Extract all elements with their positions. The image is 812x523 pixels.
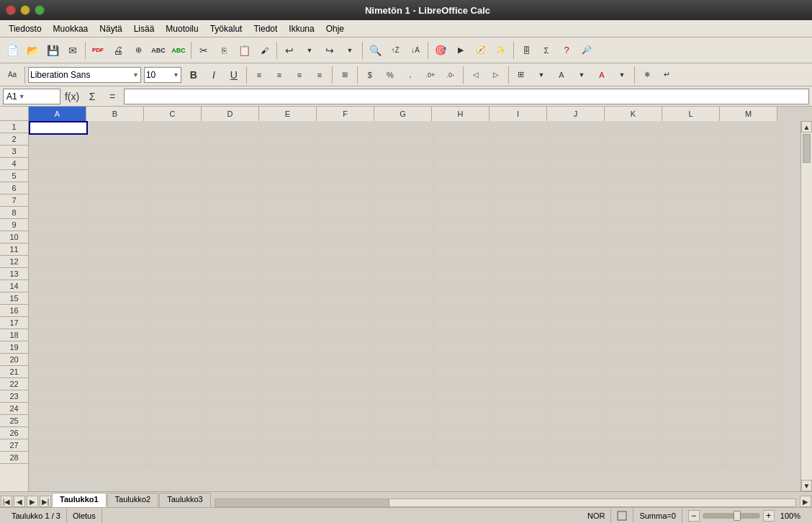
row-header-4[interactable]: 4 (0, 158, 28, 170)
cell-I25[interactable] (490, 416, 548, 428)
row-header-19[interactable]: 19 (0, 341, 28, 354)
cell-J25[interactable] (548, 416, 605, 428)
cell-G3[interactable] (375, 146, 433, 158)
cell-I6[interactable] (490, 183, 548, 195)
tab-first-button[interactable]: |◀ (1, 496, 12, 507)
cell-B27[interactable] (87, 440, 145, 452)
cell-L6[interactable] (663, 183, 721, 195)
menu-lisaa[interactable]: Lisää (128, 22, 161, 35)
zoom-controls[interactable]: − + 100% (688, 510, 800, 522)
menu-tyokalut[interactable]: Työkalut (204, 22, 248, 35)
cell-B13[interactable] (87, 269, 145, 281)
cell-I19[interactable] (490, 342, 548, 354)
cell-G9[interactable] (375, 220, 433, 232)
cell-E24[interactable] (260, 403, 317, 416)
cell-M22[interactable] (721, 379, 778, 391)
cell-A22[interactable] (30, 379, 87, 391)
insert-chart-button[interactable]: 🎯 (431, 41, 450, 60)
cell-F3[interactable] (317, 146, 375, 158)
cell-J9[interactable] (548, 220, 605, 232)
cell-D1[interactable] (202, 122, 260, 134)
cell-K22[interactable] (605, 379, 663, 391)
row-header-27[interactable]: 27 (0, 439, 28, 452)
cell-C20[interactable] (145, 354, 202, 367)
row-header-20[interactable]: 20 (0, 354, 28, 366)
cell-I26[interactable] (490, 428, 548, 440)
cell-B4[interactable] (87, 158, 145, 171)
cell-D11[interactable] (202, 244, 260, 256)
cell-F25[interactable] (317, 416, 375, 428)
cell-L5[interactable] (663, 171, 721, 183)
cell-J5[interactable] (548, 171, 605, 183)
cell-F26[interactable] (317, 428, 375, 440)
cell-D17[interactable] (202, 318, 260, 330)
cell-K18[interactable] (605, 330, 663, 342)
cell-F16[interactable] (317, 305, 375, 318)
zoom-slider[interactable] (703, 513, 760, 519)
cell-E20[interactable] (260, 354, 317, 367)
cell-D9[interactable] (202, 220, 260, 232)
col-header-m[interactable]: M (720, 107, 777, 121)
cell-K3[interactable] (605, 146, 663, 158)
cell-L13[interactable] (663, 269, 721, 281)
cell-F8[interactable] (317, 207, 375, 220)
cell-J22[interactable] (548, 379, 605, 391)
bg-color-button[interactable]: A (552, 66, 571, 84)
cell-L10[interactable] (663, 232, 721, 244)
cell-K28[interactable] (605, 452, 663, 465)
underline-button[interactable]: U (225, 66, 243, 84)
tab-prev-button[interactable]: ◀ (14, 496, 25, 507)
new-button[interactable]: 📄 (3, 41, 22, 60)
cell-E27[interactable] (260, 440, 317, 452)
cell-G15[interactable] (375, 293, 433, 305)
cell-L25[interactable] (663, 416, 721, 428)
cell-K4[interactable] (605, 158, 663, 171)
cell-K8[interactable] (605, 207, 663, 220)
row-header-28[interactable]: 28 (0, 452, 28, 464)
col-header-e[interactable]: E (259, 107, 317, 121)
indent-dec-button[interactable]: ◁ (466, 66, 485, 84)
cell-C17[interactable] (145, 318, 202, 330)
cell-F24[interactable] (317, 403, 375, 416)
cell-I15[interactable] (490, 293, 548, 305)
cell-C21[interactable] (145, 367, 202, 379)
cell-M1[interactable] (721, 122, 778, 134)
cell-H13[interactable] (433, 269, 490, 281)
cell-L20[interactable] (663, 354, 721, 367)
cell-G17[interactable] (375, 318, 433, 330)
cell-H17[interactable] (433, 318, 490, 330)
cell-F28[interactable] (317, 452, 375, 465)
cell-C25[interactable] (145, 416, 202, 428)
percent-button[interactable]: % (381, 66, 400, 84)
cell-A26[interactable] (30, 428, 87, 440)
cell-G16[interactable] (375, 305, 433, 318)
cell-M23[interactable] (721, 391, 778, 403)
menu-ohje[interactable]: Ohje (320, 22, 350, 35)
cell-E9[interactable] (260, 220, 317, 232)
cell-M8[interactable] (721, 207, 778, 220)
cell-A15[interactable] (30, 293, 87, 305)
email-button[interactable]: ✉ (63, 41, 82, 60)
cell-A2[interactable] (30, 134, 87, 146)
font-color-dropdown[interactable]: ▼ (613, 66, 631, 84)
cell-C3[interactable] (145, 146, 202, 158)
cell-H7[interactable] (433, 195, 490, 207)
menu-tiedot[interactable]: Tiedot (248, 22, 283, 35)
cell-D25[interactable] (202, 416, 260, 428)
cell-A7[interactable] (30, 195, 87, 207)
cell-A21[interactable] (30, 367, 87, 379)
row-header-26[interactable]: 26 (0, 427, 28, 439)
cell-I10[interactable] (490, 232, 548, 244)
cell-K9[interactable] (605, 220, 663, 232)
row-header-21[interactable]: 21 (0, 366, 28, 378)
cell-L28[interactable] (663, 452, 721, 465)
cell-M6[interactable] (721, 183, 778, 195)
cell-G22[interactable] (375, 379, 433, 391)
cell-D3[interactable] (202, 146, 260, 158)
bg-color-dropdown[interactable]: ▼ (572, 66, 591, 84)
cell-J12[interactable] (548, 256, 605, 269)
cell-C16[interactable] (145, 305, 202, 318)
cell-C24[interactable] (145, 403, 202, 416)
cell-A8[interactable] (30, 207, 87, 220)
cell-G13[interactable] (375, 269, 433, 281)
